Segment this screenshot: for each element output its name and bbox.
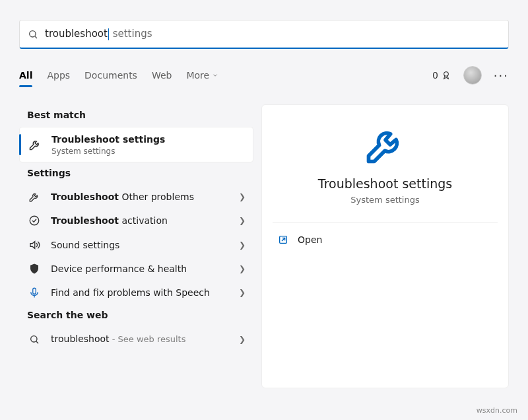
result-title-rest: Find and fix problems with Speech bbox=[51, 287, 210, 298]
wrench-icon bbox=[27, 191, 42, 203]
tab-all[interactable]: All bbox=[19, 66, 32, 85]
svg-rect-5 bbox=[33, 288, 36, 294]
chevron-right-icon: ❯ bbox=[239, 264, 246, 273]
best-match-result[interactable]: Troubleshoot settings System settings bbox=[19, 127, 253, 162]
detail-title: Troubleshoot settings bbox=[318, 176, 452, 191]
result-title-rest: activation bbox=[119, 215, 168, 226]
section-header-settings: Settings bbox=[19, 162, 253, 185]
section-header-web: Search the web bbox=[19, 304, 253, 327]
tab-more[interactable]: More bbox=[186, 66, 218, 85]
result-title-bold: Troubleshoot bbox=[51, 192, 119, 202]
svg-line-10 bbox=[282, 238, 285, 241]
svg-line-8 bbox=[36, 341, 38, 343]
open-action-label: Open bbox=[298, 234, 322, 245]
search-icon bbox=[27, 334, 42, 345]
svg-marker-4 bbox=[30, 241, 35, 248]
avatar[interactable] bbox=[463, 66, 482, 85]
open-action[interactable]: Open bbox=[262, 223, 508, 257]
chevron-right-icon: ❯ bbox=[239, 216, 246, 225]
chevron-right-icon: ❯ bbox=[239, 192, 246, 201]
settings-result-sound[interactable]: Sound settings ❯ bbox=[19, 233, 253, 257]
result-subtitle: System settings bbox=[51, 147, 245, 156]
search-typed: troubleshoot bbox=[45, 28, 108, 40]
web-query: troubleshoot bbox=[51, 333, 110, 344]
svg-line-1 bbox=[35, 36, 37, 38]
settings-result-activation[interactable]: Troubleshoot activation ❯ bbox=[19, 209, 253, 232]
mic-icon bbox=[27, 287, 42, 298]
detail-panel: Troubleshoot settings System settings Op… bbox=[261, 104, 509, 388]
wrench-icon bbox=[363, 122, 408, 167]
text-caret bbox=[108, 28, 109, 40]
shield-icon bbox=[27, 263, 42, 275]
wrench-icon bbox=[28, 138, 42, 151]
web-result[interactable]: troubleshoot - See web results ❯ bbox=[19, 327, 253, 351]
settings-result-device-health[interactable]: Device performance & health ❯ bbox=[19, 257, 253, 281]
tab-apps[interactable]: Apps bbox=[47, 66, 70, 85]
results-panel: Best match Troubleshoot settings System … bbox=[19, 104, 253, 351]
result-title: Troubleshoot settings bbox=[51, 134, 165, 145]
open-external-icon bbox=[278, 234, 288, 245]
more-options-button[interactable]: ··· bbox=[494, 69, 509, 83]
chevron-right-icon: ❯ bbox=[239, 335, 246, 344]
detail-subtitle: System settings bbox=[350, 195, 419, 205]
watermark: wsxdn.com bbox=[477, 406, 517, 415]
chevron-right-icon: ❯ bbox=[239, 288, 246, 297]
rewards-points[interactable]: 0 bbox=[432, 70, 451, 81]
settings-result-troubleshoot-other[interactable]: Troubleshoot Other problems ❯ bbox=[19, 185, 253, 209]
chevron-down-icon bbox=[212, 72, 218, 79]
tab-documents[interactable]: Documents bbox=[84, 66, 137, 85]
svg-point-7 bbox=[31, 335, 37, 341]
result-title-rest: Device performance & health bbox=[51, 263, 187, 274]
result-title-bold: Troubleshoot bbox=[51, 215, 119, 226]
search-text[interactable]: troubleshoot settings bbox=[45, 28, 152, 40]
chevron-right-icon: ❯ bbox=[239, 240, 246, 250]
result-title-rest: Sound settings bbox=[51, 240, 119, 250]
filter-row: All Apps Documents Web More 0 ··· bbox=[19, 62, 509, 88]
result-title-rest: Other problems bbox=[119, 192, 194, 202]
settings-result-speech[interactable]: Find and fix problems with Speech ❯ bbox=[19, 281, 253, 304]
tab-web[interactable]: Web bbox=[152, 66, 172, 85]
svg-point-3 bbox=[30, 217, 39, 226]
search-icon bbox=[28, 29, 38, 40]
svg-point-0 bbox=[30, 30, 36, 36]
medal-icon bbox=[441, 70, 451, 81]
speaker-icon bbox=[27, 239, 42, 251]
section-header-best-match: Best match bbox=[19, 104, 253, 127]
tab-more-label: More bbox=[186, 70, 209, 81]
filter-tabs: All Apps Documents Web More bbox=[19, 66, 218, 85]
svg-point-2 bbox=[444, 72, 448, 77]
result-text: Troubleshoot settings System settings bbox=[51, 133, 245, 156]
search-suggestion-suffix: settings bbox=[110, 28, 152, 40]
rewards-points-value: 0 bbox=[432, 70, 438, 81]
check-circle-icon bbox=[27, 215, 42, 227]
web-suffix: - See web results bbox=[110, 334, 186, 344]
search-bar[interactable]: troubleshoot settings bbox=[19, 20, 509, 49]
